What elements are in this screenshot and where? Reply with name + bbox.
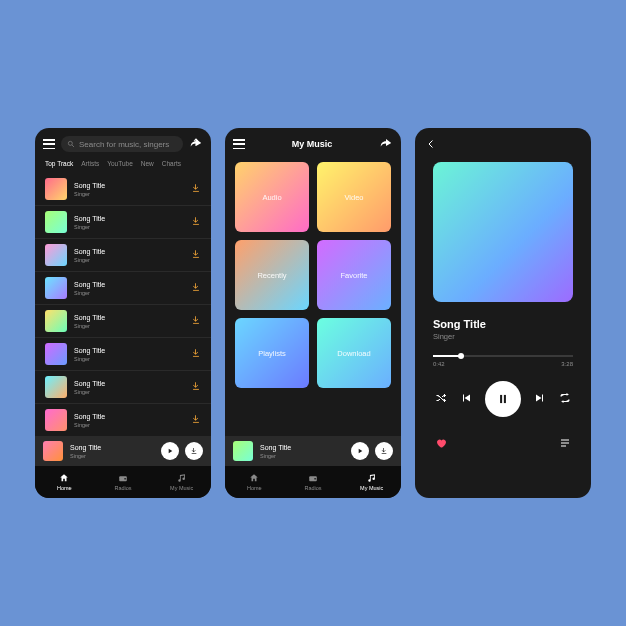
download-icon[interactable] xyxy=(191,249,201,261)
nav-home[interactable]: Home xyxy=(35,466,94,498)
song-thumb xyxy=(45,211,67,233)
category-favorite[interactable]: Favorite xyxy=(317,240,391,310)
song-meta: Song TitleSinger xyxy=(74,413,184,428)
pause-button[interactable] xyxy=(485,381,521,417)
tab-new[interactable]: New xyxy=(141,160,154,167)
song-row[interactable]: Song TitleSinger xyxy=(35,173,211,206)
svg-rect-2 xyxy=(193,191,199,192)
repeat-button[interactable] xyxy=(559,392,571,406)
tab-youtube[interactable]: YouTube xyxy=(107,160,133,167)
now-playing-thumb xyxy=(43,441,63,461)
song-row[interactable]: Song TitleSinger xyxy=(35,404,211,436)
tab-charts[interactable]: Charts xyxy=(162,160,181,167)
song-row[interactable]: Song TitleSinger xyxy=(35,272,211,305)
download-icon[interactable] xyxy=(191,216,201,228)
nav-home[interactable]: Home xyxy=(225,466,284,498)
svg-rect-10 xyxy=(192,453,197,454)
svg-point-15 xyxy=(314,478,316,480)
svg-rect-16 xyxy=(500,395,502,403)
svg-line-1 xyxy=(72,145,74,147)
play-button[interactable] xyxy=(351,442,369,460)
prev-button[interactable] xyxy=(460,392,472,406)
song-title: Song Title xyxy=(74,182,184,189)
like-button[interactable] xyxy=(435,437,447,451)
music-icon xyxy=(177,473,187,483)
song-thumb xyxy=(45,343,67,365)
nav-radios[interactable]: Radios xyxy=(284,466,343,498)
download-icon[interactable] xyxy=(191,315,201,327)
mini-player[interactable]: Song Title Singer xyxy=(35,436,211,466)
song-singer: Singer xyxy=(74,191,184,197)
menu-icon[interactable] xyxy=(233,139,245,149)
download-icon[interactable] xyxy=(191,381,201,393)
song-singer: Singer xyxy=(74,356,184,362)
song-singer: Singer xyxy=(74,290,184,296)
category-download[interactable]: Download xyxy=(317,318,391,388)
next-button[interactable] xyxy=(534,392,546,406)
download-button[interactable] xyxy=(375,442,393,460)
home-icon xyxy=(59,473,69,483)
song-title: Song Title xyxy=(74,380,184,387)
download-icon[interactable] xyxy=(191,282,201,294)
category-playlists[interactable]: Playlists xyxy=(235,318,309,388)
song-list[interactable]: Song TitleSingerSong TitleSingerSong Tit… xyxy=(35,173,211,436)
song-meta: Song TitleSinger xyxy=(74,281,184,296)
progress-handle[interactable] xyxy=(458,353,464,359)
progress: 0:42 3:28 xyxy=(415,345,591,367)
share-button[interactable] xyxy=(379,136,393,152)
category-grid: AudioVideoRecentlyFavoritePlaylistsDownl… xyxy=(225,158,401,436)
back-button[interactable] xyxy=(425,138,437,152)
header xyxy=(415,128,591,162)
screen-now-playing: Song Title Singer 0:42 3:28 xyxy=(415,128,591,498)
song-meta: Song TitleSinger xyxy=(74,347,184,362)
play-button[interactable] xyxy=(161,442,179,460)
now-playing-title: Song Title xyxy=(70,444,154,451)
menu-icon[interactable] xyxy=(43,139,55,149)
song-row[interactable]: Song TitleSinger xyxy=(35,338,211,371)
share-button[interactable] xyxy=(189,136,203,152)
song-title: Song Title xyxy=(74,314,184,321)
home-icon xyxy=(249,473,259,483)
nav-mymusic[interactable]: My Music xyxy=(152,466,211,498)
header: My Music xyxy=(225,128,401,158)
now-playing-meta: Song Title Singer xyxy=(70,444,154,459)
svg-point-12 xyxy=(124,478,126,480)
mini-player[interactable]: Song Title Singer xyxy=(225,436,401,466)
now-playing-title: Song Title xyxy=(260,444,344,451)
svg-rect-6 xyxy=(193,323,199,324)
album-art-wrap xyxy=(415,162,591,302)
song-thumb xyxy=(45,178,67,200)
shuffle-button[interactable] xyxy=(435,392,447,406)
download-icon[interactable] xyxy=(191,414,201,426)
search-input[interactable]: Search for music, singers xyxy=(61,136,183,152)
bottom-nav: Home Radios My Music xyxy=(35,466,211,498)
progress-bar[interactable] xyxy=(433,355,573,357)
song-row[interactable]: Song TitleSinger xyxy=(35,239,211,272)
svg-rect-13 xyxy=(382,453,387,454)
download-button[interactable] xyxy=(185,442,203,460)
nav-mymusic[interactable]: My Music xyxy=(342,466,401,498)
song-row[interactable]: Song TitleSinger xyxy=(35,206,211,239)
song-title: Song Title xyxy=(74,248,184,255)
song-meta: Song TitleSinger xyxy=(74,314,184,329)
nav-radios[interactable]: Radios xyxy=(94,466,153,498)
category-video[interactable]: Video xyxy=(317,162,391,232)
song-row[interactable]: Song TitleSinger xyxy=(35,305,211,338)
download-icon[interactable] xyxy=(191,348,201,360)
svg-point-0 xyxy=(68,141,72,145)
song-thumb xyxy=(45,277,67,299)
transport-controls xyxy=(415,367,591,431)
category-recently[interactable]: Recently xyxy=(235,240,309,310)
download-icon[interactable] xyxy=(191,183,201,195)
music-icon xyxy=(367,473,377,483)
tab-artists[interactable]: Artists xyxy=(81,160,99,167)
category-audio[interactable]: Audio xyxy=(235,162,309,232)
svg-rect-8 xyxy=(193,389,199,390)
playlist-button[interactable] xyxy=(559,437,571,451)
song-singer: Singer xyxy=(74,389,184,395)
song-singer: Singer xyxy=(74,257,184,263)
svg-rect-7 xyxy=(193,356,199,357)
song-row[interactable]: Song TitleSinger xyxy=(35,371,211,404)
tab-top-track[interactable]: Top Track xyxy=(45,160,73,167)
song-meta: Song TitleSinger xyxy=(74,380,184,395)
